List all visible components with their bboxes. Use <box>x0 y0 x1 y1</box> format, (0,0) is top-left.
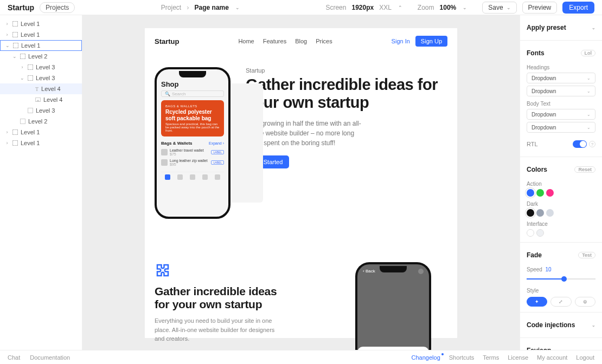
page-logo: Startup <box>155 37 180 46</box>
headings-label: Headings <box>527 64 595 70</box>
preview-button[interactable]: Preview <box>522 2 558 14</box>
twist-icon[interactable]: › <box>4 21 10 27</box>
crumb-project[interactable]: Project <box>161 4 181 11</box>
crumb-page[interactable]: Page name <box>195 4 229 11</box>
tree-node[interactable]: ⌄ Level 1 <box>0 40 82 51</box>
product-item: Long leather zip wallet$95LABEL <box>161 159 224 166</box>
expand-link: Expand › <box>209 141 224 145</box>
design-page: Startup HomeFeaturesBlogPrices Sign In S… <box>145 28 457 338</box>
color-swatch[interactable] <box>527 189 534 197</box>
twist-icon[interactable]: › <box>4 32 10 37</box>
screen-value[interactable]: 1920px <box>351 4 374 11</box>
product-item: Leather travel wallet$75LABEL <box>161 148 224 156</box>
phone-feature-card: BAGS & WALLETS Rcycled polyester soft pa… <box>161 100 224 136</box>
crumb-sep: › <box>187 3 189 11</box>
color-swatch[interactable] <box>536 209 544 217</box>
tree-node[interactable]: › Level 1 <box>0 138 82 148</box>
tree-node-label: Level 1 <box>21 140 40 146</box>
apply-preset-row[interactable]: Apply preset⌄ <box>527 21 595 35</box>
headings-dd-1[interactable]: Dropdown⌄ <box>527 73 595 83</box>
fade-pill[interactable]: Test <box>578 252 595 258</box>
rtl-toggle[interactable] <box>573 140 587 148</box>
chevron-down-icon[interactable]: ⌄ <box>463 5 467 10</box>
canvas[interactable]: Startup HomeFeaturesBlogPrices Sign In S… <box>82 15 520 351</box>
chevron-up-icon[interactable]: ⌃ <box>398 5 402 10</box>
style-opt-3[interactable]: ⊚ <box>575 297 595 307</box>
export-button[interactable]: Export <box>562 2 594 14</box>
tree-node[interactable]: ⌄ Level 3 <box>0 73 82 83</box>
nav-link[interactable]: Prices <box>316 38 332 44</box>
tree-node[interactable]: Level 4 <box>0 94 82 105</box>
style-opt-2[interactable]: ⤢ <box>550 297 571 307</box>
chevron-down-icon: ⌄ <box>592 25 595 30</box>
tree-node-label: Level 4 <box>43 96 62 103</box>
bodytext-label: Body Text <box>527 101 595 107</box>
speed-slider[interactable] <box>527 275 595 283</box>
tree-node-label: Level 1 <box>21 21 40 27</box>
action-swatches[interactable] <box>527 189 595 197</box>
action-label: Action <box>527 181 595 187</box>
code-injections-row[interactable]: Code injections⌄ <box>527 318 595 332</box>
tree-node-label: Level 1 <box>21 31 40 38</box>
color-swatch[interactable] <box>536 189 544 197</box>
nav-link[interactable]: Features <box>263 38 286 44</box>
layer-tree[interactable]: › Level 1 › Level 1 ⌄ Level 1 ⌄ Level 2 … <box>0 15 82 351</box>
tree-node[interactable]: Level 2 <box>0 116 82 127</box>
style-label: Style <box>527 288 595 294</box>
twist-icon[interactable]: › <box>20 64 25 70</box>
fonts-heading: Fonts <box>527 49 545 57</box>
tree-node[interactable]: ⌄ Level 2 <box>0 51 82 62</box>
twist-icon[interactable]: ⌄ <box>20 75 25 81</box>
signup-button[interactable]: Sign Up <box>415 36 447 47</box>
tree-node[interactable]: T Level 4 <box>0 83 82 94</box>
tree-node[interactable]: › Level 1 <box>0 18 82 29</box>
body-dd-2[interactable]: Dropdown⌄ <box>527 122 595 133</box>
color-swatch[interactable] <box>546 209 554 217</box>
phone-mockup-1: Shop 🔍 Search BAGS & WALLETS Rcycled pol… <box>155 67 230 219</box>
twist-icon[interactable]: ⌄ <box>12 54 17 59</box>
screen-label: Screen <box>325 4 346 11</box>
color-swatch[interactable] <box>527 209 534 217</box>
tree-node[interactable]: › Level 3 <box>0 62 82 73</box>
speed-value: 10 <box>545 266 551 272</box>
projects-pill[interactable]: Projects <box>40 2 75 13</box>
twist-icon[interactable]: › <box>4 129 10 135</box>
hero-body: Start growing in half the time with an a… <box>246 119 365 148</box>
footer: ChatDocumentation ChangelogShortcutsTerm… <box>0 350 602 351</box>
nav-link[interactable]: Home <box>238 38 254 44</box>
fonts-pill[interactable]: Lol <box>581 50 596 56</box>
chevron-down-icon[interactable]: ⌄ <box>235 5 240 10</box>
rtl-label: RTL <box>527 141 538 147</box>
interface-label: Interface <box>527 221 595 227</box>
color-swatch[interactable] <box>546 189 554 197</box>
dark-label: Dark <box>527 201 595 207</box>
style-opt-1[interactable]: ✦ <box>527 297 547 307</box>
screen-size: XXL <box>379 4 392 11</box>
topbar: Startup Projects Project › Page name ⌄ S… <box>0 0 602 15</box>
tree-node[interactable]: › Level 1 <box>0 29 82 40</box>
tree-node[interactable]: › Level 1 <box>0 127 82 138</box>
body-dd-1[interactable]: Dropdown⌄ <box>527 109 595 120</box>
twist-icon[interactable]: ⌄ <box>5 43 10 48</box>
tree-node[interactable]: Level 3 <box>0 105 82 116</box>
section2-body: Everything you need to build your site i… <box>155 316 279 343</box>
zoom-value[interactable]: 100% <box>440 4 457 11</box>
fade-heading: Fade <box>527 251 542 259</box>
tree-node-label: Level 3 <box>36 64 55 70</box>
tree-node-label: Level 3 <box>36 75 55 81</box>
phone-search: 🔍 Search <box>161 90 224 97</box>
signin-link[interactable]: Sign In <box>392 38 410 44</box>
save-button[interactable]: Save⌄ <box>482 2 516 14</box>
help-icon[interactable]: ? <box>589 141 595 147</box>
phone-tabbar <box>161 172 224 180</box>
hero-eyebrow: Startup <box>246 67 447 74</box>
page-nav: HomeFeaturesBlogPrices <box>238 38 332 44</box>
interface-swatches[interactable] <box>527 229 595 237</box>
style-options[interactable]: ✦ ⤢ ⊚ <box>527 297 595 307</box>
dark-swatches[interactable] <box>527 209 595 217</box>
twist-icon[interactable]: › <box>4 140 10 146</box>
nav-link[interactable]: Blog <box>295 38 307 44</box>
reset-button[interactable]: Reset <box>574 166 595 173</box>
tree-node-label: Level 2 <box>28 118 47 125</box>
headings-dd-2[interactable]: Dropdown⌄ <box>527 86 595 96</box>
